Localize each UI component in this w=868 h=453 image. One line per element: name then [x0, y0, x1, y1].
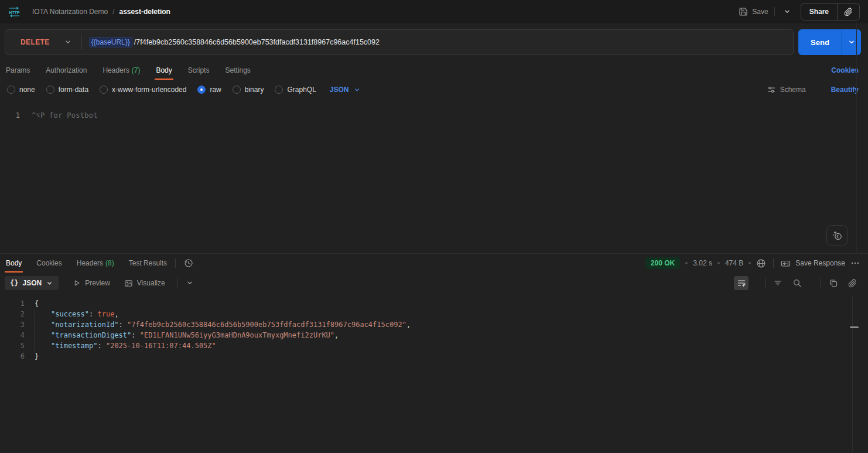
mode-form-data[interactable]: form-data	[46, 86, 88, 94]
mode-graphql[interactable]: GraphQL	[275, 86, 316, 94]
dot-separator	[749, 262, 751, 264]
mode-x-www-form-urlencoded[interactable]: x-www-form-urlencoded	[100, 86, 186, 94]
divider	[821, 278, 821, 288]
response-history-button[interactable]	[184, 258, 193, 268]
radio-icon	[275, 86, 283, 94]
dot-separator	[717, 262, 720, 264]
line-number: 1	[0, 298, 25, 309]
send-button-group: Send	[798, 29, 861, 55]
tab-label: Authorization	[46, 66, 87, 74]
body-mode-row: none form-data x-www-form-urlencoded raw…	[0, 80, 868, 100]
indent-guide	[35, 309, 51, 319]
save-dropdown-chevron[interactable]	[781, 5, 794, 18]
floppy-icon	[739, 7, 748, 16]
code-line: 5"timestamp": "2025-10-16T11:07:44.505Z"	[0, 340, 868, 351]
filter-button[interactable]	[770, 276, 785, 290]
copy-button[interactable]	[826, 276, 840, 290]
filter-icon	[773, 278, 782, 288]
app-header: HTTP IOTA Notarization Demo / assest-del…	[0, 0, 868, 23]
breadcrumb-collection[interactable]: IOTA Notarization Demo	[32, 8, 108, 16]
response-code: 1{2"success": true,3"notarizationId": "7…	[0, 298, 868, 362]
tab-params[interactable]: Params	[6, 61, 30, 80]
visualize-button[interactable]: Visualize	[124, 279, 165, 288]
save-button[interactable]: Save	[739, 7, 768, 16]
preview-button[interactable]: Preview	[73, 279, 110, 287]
tab-label: Test Results	[129, 259, 167, 267]
response-scrollbar-handle[interactable]	[850, 326, 859, 328]
chevron-down-icon	[783, 8, 791, 16]
response-header: Body Cookies Headers(8) Test Results 200…	[0, 254, 868, 273]
network-info-button[interactable]	[756, 258, 766, 268]
beautify-button[interactable]: Beautify	[831, 86, 859, 94]
link-button[interactable]	[845, 276, 860, 290]
schema-button[interactable]: Schema	[767, 85, 806, 94]
response-tab-cookies[interactable]: Cookies	[36, 254, 61, 273]
mode-none[interactable]: none	[7, 86, 35, 94]
request-tabs: Params Authorization Headers(7) Body Scr…	[0, 61, 868, 80]
paperclip-icon	[844, 8, 853, 16]
search-button[interactable]	[790, 276, 804, 290]
response-format-select[interactable]: {} JSON	[5, 276, 59, 290]
divider	[81, 35, 82, 50]
more-horizontal-icon	[850, 258, 860, 268]
send-label: Send	[811, 38, 829, 47]
tab-headers[interactable]: Headers(7)	[102, 61, 140, 80]
tab-body[interactable]: Body	[156, 61, 172, 80]
wrap-text-button[interactable]	[734, 276, 749, 290]
response-size[interactable]: 474 B	[725, 259, 743, 267]
mode-label: none	[19, 86, 35, 94]
postbot-icon	[832, 230, 843, 241]
editor-line: 1 ^⌥P for Postbot	[0, 110, 868, 121]
status-badge[interactable]: 200 OK	[645, 257, 680, 269]
sliders-icon	[767, 85, 776, 94]
send-options-chevron[interactable]	[842, 29, 861, 55]
response-tab-test-results[interactable]: Test Results	[129, 254, 167, 273]
headers-count: (7)	[132, 66, 141, 74]
language-label: JSON	[330, 86, 349, 94]
dot-separator	[685, 262, 688, 264]
code-line: 3"notarizationId": "7f4feb9cb2560c358846…	[0, 319, 868, 330]
indent-guide	[35, 320, 51, 330]
viewer-options-chevron[interactable]	[186, 279, 194, 287]
divider	[177, 278, 177, 288]
more-options-button[interactable]	[850, 258, 860, 268]
tab-authorization[interactable]: Authorization	[46, 61, 87, 80]
paperclip-icon	[848, 279, 857, 288]
tab-scripts[interactable]: Scripts	[188, 61, 210, 80]
tab-settings[interactable]: Settings	[225, 61, 250, 80]
breadcrumb-request-name[interactable]: assest-deletion	[119, 8, 170, 16]
send-button[interactable]: Send	[798, 29, 842, 55]
response-tab-headers[interactable]: Headers(8)	[77, 254, 114, 273]
tab-label: Body	[156, 66, 172, 74]
right-scrollbar-track[interactable]	[856, 23, 857, 253]
response-tab-body[interactable]: Body	[6, 254, 22, 273]
code-line: 4"transactionDigest": "ED1LFAN1UNw56iyyG…	[0, 330, 868, 340]
response-body[interactable]: 1{2"success": true,3"notarizationId": "7…	[0, 294, 868, 453]
save-response-label: Save Response	[795, 259, 845, 267]
cookies-link[interactable]: Cookies	[831, 66, 859, 74]
method-dropdown[interactable]	[64, 38, 72, 46]
language-select[interactable]: JSON	[330, 86, 361, 94]
breadcrumb-separator: /	[112, 8, 114, 16]
chevron-down-icon	[186, 279, 194, 287]
url-input[interactable]: {{baseURL}} /7f4feb9cb2560c358846c6d56b5…	[89, 37, 380, 47]
svg-text:HTTP: HTTP	[9, 10, 20, 14]
radio-icon	[100, 86, 108, 94]
url-variable-chip[interactable]: {{baseURL}}	[89, 37, 132, 47]
http-request-icon: HTTP	[7, 6, 22, 18]
postbot-button[interactable]	[826, 225, 848, 246]
share-button[interactable]: Share	[801, 4, 837, 20]
copy-link-button[interactable]	[838, 4, 859, 20]
globe-icon	[756, 258, 766, 268]
mode-raw[interactable]: raw	[197, 86, 221, 94]
radio-selected-icon	[197, 86, 206, 94]
mode-label: binary	[245, 86, 264, 94]
response-scrollbar-track[interactable]	[852, 296, 853, 453]
request-body-editor[interactable]: 1 ^⌥P for Postbot	[0, 100, 868, 253]
response-time[interactable]: 3.02 s	[693, 259, 712, 267]
line-number: 2	[0, 309, 25, 319]
braces-icon: {}	[10, 279, 18, 287]
mode-label: form-data	[59, 86, 88, 94]
mode-binary[interactable]: binary	[233, 86, 264, 94]
save-response-button[interactable]: Save Response	[781, 258, 845, 268]
